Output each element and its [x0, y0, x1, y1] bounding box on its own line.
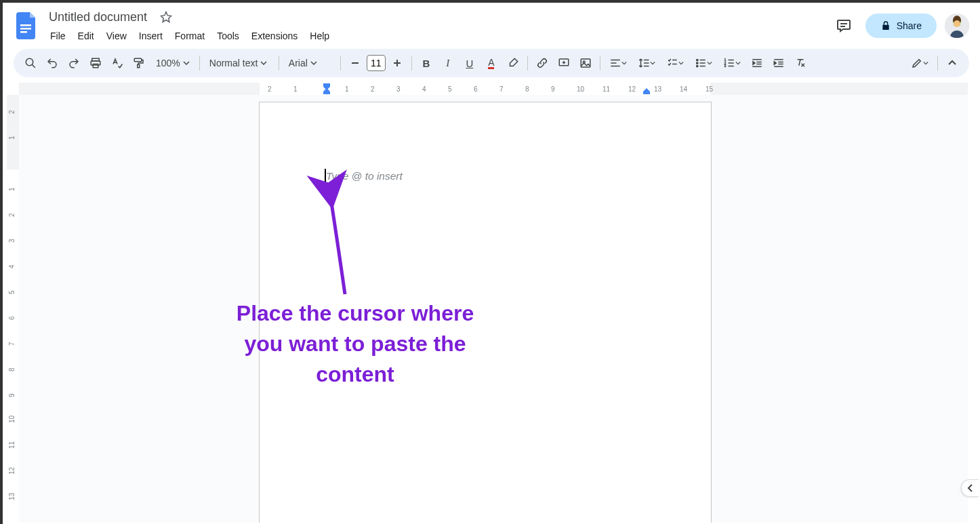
- ruler-tick: 15: [706, 85, 713, 93]
- separator: [527, 56, 528, 70]
- highlight-color-button[interactable]: [503, 53, 523, 73]
- separator: [411, 56, 412, 70]
- svg-point-33: [696, 62, 697, 64]
- zoom-value: 100%: [156, 58, 180, 68]
- menu-extensions[interactable]: Extensions: [246, 28, 303, 44]
- increase-font-size-button[interactable]: [387, 53, 407, 73]
- collapse-toolbar-button[interactable]: [942, 53, 962, 73]
- svg-rect-14: [138, 64, 140, 68]
- paragraph-style-dropdown[interactable]: Normal text: [204, 53, 274, 73]
- chevron-down-icon: [310, 60, 317, 66]
- title-area: Untitled document File Edit View Insert …: [45, 7, 830, 44]
- insert-comment-button[interactable]: [554, 53, 574, 73]
- text-color-button[interactable]: A: [481, 53, 502, 73]
- document-page[interactable]: Type @ to insert: [259, 102, 712, 523]
- paint-format-button[interactable]: [129, 53, 149, 73]
- menu-format[interactable]: Format: [169, 28, 210, 44]
- svg-point-7: [954, 20, 960, 27]
- print-button[interactable]: [85, 53, 106, 73]
- italic-icon: I: [446, 58, 449, 69]
- ruler-tick: 5: [448, 85, 452, 93]
- ruler-tick: 1: [293, 85, 298, 93]
- ruler-tick: 1: [345, 85, 349, 93]
- vertical-ruler[interactable]: 2112345678910111213: [7, 95, 19, 523]
- chevron-left-icon: [966, 483, 975, 493]
- show-side-panel-button[interactable]: [961, 479, 979, 497]
- horizontal-ruler[interactable]: 21123456789101112131415: [19, 83, 968, 95]
- svg-rect-0: [20, 24, 31, 26]
- insert-image-button[interactable]: [575, 53, 596, 73]
- redo-button[interactable]: [64, 53, 84, 73]
- underline-icon: U: [466, 58, 473, 69]
- pencil-icon: [911, 57, 923, 69]
- text-align-button[interactable]: [605, 53, 632, 73]
- ruler-tick: 3: [396, 85, 401, 93]
- menu-view[interactable]: View: [101, 28, 132, 44]
- chevron-down-icon: [678, 60, 684, 66]
- decrease-indent-icon: [751, 57, 763, 69]
- menu-insert[interactable]: Insert: [134, 28, 168, 44]
- menu-tools[interactable]: Tools: [211, 28, 245, 44]
- separator: [199, 56, 200, 70]
- decrease-indent-button[interactable]: [747, 53, 767, 73]
- decrease-font-size-button[interactable]: [345, 53, 365, 73]
- comments-icon: [836, 18, 852, 34]
- ruler-tick: 7: [499, 85, 504, 93]
- ruler-tick: 9: [8, 393, 16, 397]
- ruler-tick: 7: [8, 342, 16, 346]
- ruler-tick: 10: [577, 85, 584, 93]
- checklist-button[interactable]: [661, 53, 689, 73]
- plus-icon: [392, 58, 402, 68]
- user-avatar[interactable]: [945, 14, 969, 38]
- minus-icon: [350, 58, 360, 68]
- star-button[interactable]: [157, 7, 176, 26]
- separator: [937, 56, 938, 70]
- clear-formatting-icon: [794, 57, 807, 69]
- bulleted-list-icon: [695, 57, 707, 69]
- left-indent-marker[interactable]: [323, 88, 331, 95]
- ruler-tick: 5: [8, 290, 16, 294]
- undo-icon: [46, 57, 58, 69]
- ruler-tick: 2: [8, 213, 16, 217]
- clear-formatting-button[interactable]: [790, 53, 811, 73]
- share-button[interactable]: Share: [865, 14, 937, 38]
- numbered-list-button[interactable]: 123: [718, 53, 746, 73]
- right-indent-marker[interactable]: [642, 88, 651, 95]
- chevron-down-icon: [707, 60, 712, 66]
- svg-point-31: [696, 59, 697, 60]
- bulleted-list-button[interactable]: [690, 53, 717, 73]
- svg-point-35: [696, 65, 697, 66]
- undo-button[interactable]: [42, 53, 62, 73]
- menu-file[interactable]: File: [45, 28, 71, 44]
- svg-rect-1: [20, 28, 31, 30]
- document-title[interactable]: Untitled document: [45, 9, 151, 26]
- spellcheck-icon: [111, 57, 123, 69]
- insert-link-button[interactable]: [532, 53, 552, 73]
- insert-placeholder: Type @ to insert: [326, 170, 403, 182]
- comments-button[interactable]: [830, 12, 857, 39]
- line-spacing-button[interactable]: [633, 53, 660, 73]
- font-size-input[interactable]: [367, 55, 386, 71]
- search-menus-button[interactable]: [20, 53, 41, 73]
- italic-button[interactable]: I: [438, 53, 458, 73]
- docs-logo[interactable]: [14, 12, 41, 39]
- paragraph-style-value: Normal text: [209, 58, 258, 68]
- bold-button[interactable]: B: [416, 53, 436, 73]
- menu-help[interactable]: Help: [304, 28, 335, 44]
- spellcheck-button[interactable]: [107, 53, 127, 73]
- document-canvas[interactable]: Type @ to insert: [19, 95, 968, 523]
- editing-mode-button[interactable]: [906, 53, 933, 73]
- chevron-down-icon: [621, 60, 627, 66]
- chevron-down-icon: [650, 60, 655, 66]
- font-family-dropdown[interactable]: Arial: [283, 53, 336, 73]
- ruler-tick: 10: [8, 416, 16, 423]
- ruler-tick: 8: [525, 85, 529, 93]
- menu-bar: File Edit View Insert Format Tools Exten…: [45, 28, 830, 44]
- zoom-dropdown[interactable]: 100%: [150, 53, 195, 73]
- ruler-tick: 11: [8, 441, 16, 449]
- menu-edit[interactable]: Edit: [73, 28, 100, 44]
- share-label: Share: [897, 20, 922, 31]
- increase-indent-button[interactable]: [769, 53, 789, 73]
- underline-button[interactable]: U: [460, 53, 480, 73]
- ruler-tick: 12: [8, 467, 16, 475]
